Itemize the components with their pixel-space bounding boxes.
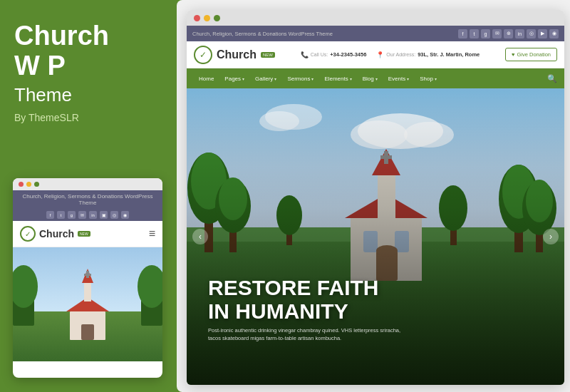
right-panel: Church, Religion, Sermons & Donations Wo… <box>177 0 570 392</box>
nav-elements[interactable]: Elements ▾ <box>319 68 356 88</box>
nav-arrow-elements: ▾ <box>350 76 352 81</box>
social-mail-icon: ✉ <box>78 211 86 219</box>
nav-shop[interactable]: Shop ▾ <box>415 68 442 88</box>
desktop-window: Church, Religion, Sermons & Donations Wo… <box>187 10 564 385</box>
desktop-contact-info: 📞 Call Us: +34-2345-3456 📍 Our Address: … <box>301 51 480 58</box>
nav-arrow-blog: ▾ <box>375 76 378 81</box>
social-camera-icon: ◎ <box>110 211 118 219</box>
mobile-logo-badge: NEW <box>78 231 90 237</box>
mobile-logo: ✓ Church NEW <box>20 226 90 242</box>
hero-sub-text: Post-ironic authentic drinking vinegar c… <box>208 327 408 342</box>
desktop-header: ✓ Church NEW 📞 Call Us: +34-2345-3456 📍 … <box>187 41 564 68</box>
next-slide-button[interactable]: › <box>543 229 559 244</box>
hero-main-text-line1: RESTORE FAITH <box>208 276 543 299</box>
cam-icon[interactable]: ◎ <box>527 29 536 38</box>
mobile-preview: Church, Religion, Sermons & Donations Wo… <box>13 178 162 378</box>
nav-arrow-gallery: ▾ <box>274 76 276 81</box>
hero-text-overlay: RESTORE FAITH IN HUMANITY Post-ironic au… <box>208 276 543 342</box>
desktop-logo: ✓ Church NEW <box>194 46 275 64</box>
titlebar-dot-green <box>214 15 220 21</box>
mobile-logo-text: Church <box>39 228 74 239</box>
nav-arrow-events: ▾ <box>407 76 409 81</box>
nav-arrow-shop: ▾ <box>435 76 437 81</box>
nav-arrow-pages: ▾ <box>242 76 244 81</box>
desktop-logo-name: Church <box>217 48 256 61</box>
nav-arrow-sermons: ▾ <box>311 76 314 81</box>
by-text: By ThemeSLR <box>14 112 162 123</box>
nav-events[interactable]: Events ▾ <box>383 68 414 88</box>
nav-gallery[interactable]: Gallery ▾ <box>250 68 281 88</box>
main-title: Church W P <box>14 21 162 81</box>
pin-icon[interactable]: ⊕ <box>504 29 513 38</box>
mobile-header: ✓ Church NEW ≡ <box>13 221 162 247</box>
social-instagram-icon: ▣ <box>100 211 108 219</box>
mobile-logo-icon: ✓ <box>20 226 36 242</box>
social-rss-icon: ◉ <box>121 211 129 219</box>
desktop-logo-icon: ✓ <box>194 46 212 64</box>
mobile-dots-bar <box>13 178 162 190</box>
gp-icon[interactable]: g <box>481 29 490 38</box>
desktop-hero: ‹ › RESTORE FAITH IN HUMANITY Post-ironi… <box>187 88 564 385</box>
li-icon[interactable]: in <box>515 29 524 38</box>
left-panel: Church W P Theme By ThemeSLR Church, Rel… <box>0 0 177 392</box>
yt-icon[interactable]: ▶ <box>538 29 547 38</box>
prev-slide-button[interactable]: ‹ <box>192 229 208 244</box>
titlebar-dot-yellow <box>204 15 210 21</box>
mobile-dot-red <box>19 182 24 187</box>
contact-address: 📍 Our Address: 93L, Str. J. Martin, Rome <box>376 51 480 58</box>
svg-rect-12 <box>81 324 94 340</box>
svg-rect-11 <box>84 274 91 276</box>
mobile-hero <box>13 247 162 361</box>
mail-icon[interactable]: ✉ <box>492 29 502 38</box>
rss-icon[interactable]: ◉ <box>549 29 559 38</box>
mobile-social-bar: f t g ✉ in ▣ ◎ ◉ <box>13 209 162 221</box>
mobile-hamburger-icon[interactable]: ≡ <box>149 227 155 240</box>
theme-subtitle: Theme <box>14 84 162 106</box>
nav-pages[interactable]: Pages ▾ <box>219 68 249 88</box>
utility-bar-text: Church, Religion, Sermons & Donations Wo… <box>192 31 333 37</box>
svg-rect-8 <box>84 282 91 301</box>
social-google-icon: g <box>68 211 76 219</box>
desktop-nav: Home Pages ▾ Gallery ▾ Sermons ▾ Element… <box>187 68 564 88</box>
hero-main-text-line2: IN HUMANITY <box>208 299 543 323</box>
utility-social-icons: f t g ✉ ⊕ in ◎ ▶ ◉ <box>458 29 559 38</box>
phone-icon: 📞 <box>301 51 309 58</box>
contact-phone: 📞 Call Us: +34-2345-3456 <box>301 51 367 58</box>
fb-icon[interactable]: f <box>458 29 467 38</box>
tw-icon[interactable]: t <box>470 29 479 38</box>
nav-items: Home Pages ▾ Gallery ▾ Sermons ▾ Element… <box>194 68 442 88</box>
desktop-titlebar <box>187 10 564 26</box>
desktop-utility-bar: Church, Religion, Sermons & Donations Wo… <box>187 26 564 41</box>
social-linkedin-icon: in <box>89 211 97 219</box>
mobile-dot-yellow <box>26 182 31 187</box>
search-icon[interactable]: 🔍 <box>547 74 557 83</box>
titlebar-dot-red <box>194 15 200 21</box>
donate-button[interactable]: ♥ Give Donation <box>505 48 557 61</box>
mobile-dot-green <box>34 182 39 187</box>
social-facebook-icon: f <box>46 211 54 219</box>
mobile-top-bar: Church, Religion, Sermons & Donations Wo… <box>13 190 162 209</box>
desktop-logo-badge: NEW <box>261 52 275 58</box>
heart-icon: ♥ <box>512 51 514 58</box>
nav-blog[interactable]: Blog ▾ <box>358 68 383 88</box>
social-twitter-icon: t <box>57 211 65 219</box>
nav-sermons[interactable]: Sermons ▾ <box>282 68 318 88</box>
nav-home[interactable]: Home <box>194 68 219 88</box>
location-icon: 📍 <box>376 51 384 58</box>
